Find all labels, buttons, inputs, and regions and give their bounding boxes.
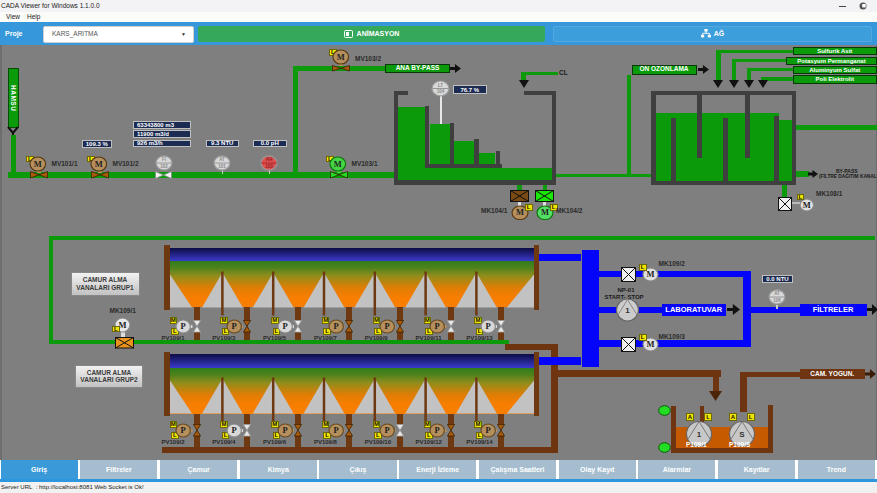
svg-text:P: P <box>435 321 440 331</box>
svg-text:M: M <box>803 200 811 210</box>
svg-text:P: P <box>384 425 389 435</box>
svg-text:LT: LT <box>438 82 443 87</box>
svg-text:M: M <box>337 52 345 62</box>
svg-text:M: M <box>334 158 342 168</box>
svg-text:P: P <box>282 321 287 331</box>
svg-text:P: P <box>333 321 338 331</box>
svg-text:P: P <box>486 425 491 435</box>
svg-text:M: M <box>646 269 654 279</box>
svg-text:M: M <box>118 319 126 329</box>
svg-text:103: 103 <box>265 164 273 169</box>
svg-text:M: M <box>540 207 548 217</box>
svg-text:P: P <box>384 321 389 331</box>
svg-text:AT: AT <box>219 157 225 162</box>
svg-text:M: M <box>95 158 103 168</box>
svg-text:P: P <box>181 425 186 435</box>
svg-text:P: P <box>435 425 440 435</box>
svg-text:P: P <box>282 425 287 435</box>
svg-text:P: P <box>232 321 237 331</box>
svg-text:P: P <box>333 425 338 435</box>
svg-text:M: M <box>34 158 42 168</box>
svg-text:S: S <box>739 430 745 439</box>
svg-text:AT: AT <box>774 291 780 296</box>
svg-text:P: P <box>232 425 237 435</box>
svg-text:FI: FI <box>162 157 166 162</box>
svg-text:AH: AH <box>266 157 273 162</box>
svg-text:102: 102 <box>160 163 168 168</box>
svg-text:P: P <box>181 321 186 331</box>
svg-text:M: M <box>646 339 654 349</box>
svg-text:104: 104 <box>437 89 445 94</box>
svg-text:1: 1 <box>697 430 702 439</box>
svg-text:106: 106 <box>773 297 781 302</box>
svg-text:101: 101 <box>218 164 226 169</box>
svg-text:1: 1 <box>625 306 630 315</box>
svg-text:M: M <box>515 207 523 217</box>
svg-text:P: P <box>486 321 491 331</box>
